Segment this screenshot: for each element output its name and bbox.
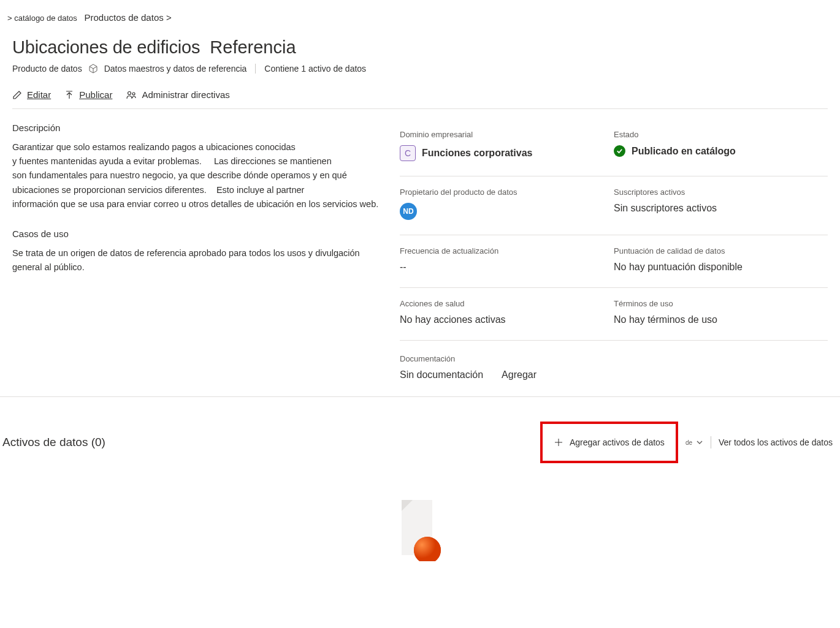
header-meta-row: Producto de datos Datos maestros y datos… [12,64,828,74]
product-type-value: Datos maestros y datos de referencia [104,64,247,74]
meta-divider [400,340,828,341]
upload-arrow-icon [64,90,74,100]
documentation-add-link[interactable]: Agregar [502,369,536,380]
update-frequency-label: Frecuencia de actualización [400,246,614,255]
use-cases-label: Casos de uso [12,229,380,239]
svg-point-1 [132,93,135,95]
quality-score-label: Puntuación de calidad de datos [614,246,828,255]
subscribers-value: Sin suscriptores activos [614,203,828,214]
edit-label: Editar [27,89,51,100]
cube-icon [88,64,98,74]
people-icon [126,90,137,100]
owner-avatar[interactable]: ND [400,203,417,220]
quality-score-value: No hay puntuación disponible [614,262,828,273]
terms-value: No hay términos de uso [614,314,828,325]
contains-label: Contiene 1 activo de datos [264,64,366,74]
subscribers-block: Suscriptores activos Sin suscriptores ac… [614,180,828,231]
use-cases-text: Se trata de un origen de datos de refere… [12,246,380,274]
metadata-panel: Dominio empresarial C Funciones corporat… [392,123,828,380]
plus-icon [554,437,563,447]
documentation-label: Documentación [400,354,828,363]
assets-dropdown[interactable]: de [685,439,703,446]
description-text: Garantizar que solo estamos realizando p… [12,140,380,211]
publish-label: Publicar [79,89,112,100]
status-value: Publicado en catálogo [632,146,736,157]
health-actions-value: No hay acciones activas [400,314,614,325]
page-title-badge: Referencia [210,37,296,58]
business-domain-block: Dominio empresarial C Funciones corporat… [400,123,614,172]
terms-label: Términos de uso [614,299,828,308]
owner-label: Propietario del producto de datos [400,187,614,197]
add-data-assets-button[interactable]: Agregar activos de datos [546,429,672,456]
domain-badge-icon: C [400,145,416,161]
page-header: Ubicaciones de edificios Referencia Prod… [0,28,840,108]
meta-divider [400,235,828,235]
main-content: Descripción Garantizar que solo estamos … [0,109,840,380]
meta-divider [400,287,828,288]
checkmark-circle-icon [614,145,625,157]
status-block: Estado Publicado en catálogo [614,123,828,172]
edit-button[interactable]: Editar [12,89,51,100]
health-actions-block: Acciones de salud No hay acciones activa… [400,292,614,336]
view-all-assets-link[interactable]: Ver todos los activos de datos [719,437,838,447]
breadcrumb-products[interactable]: Productos de datos > [84,12,171,23]
manage-policies-label: Administrar directivas [142,89,229,100]
description-label: Descripción [12,123,380,133]
data-assets-title: Activos de datos (0) [2,436,105,449]
owner-block: Propietario del producto de datos ND [400,180,614,231]
documentation-value: Sin documentación [400,369,483,380]
add-assets-label: Agregar activos de datos [570,437,665,447]
action-toolbar: Editar Publicar Administrar directivas [12,89,828,108]
publish-button[interactable]: Publicar [64,89,112,100]
breadcrumb: > catálogo de datos Productos de datos > [0,0,840,28]
description-panel: Descripción Garantizar que solo estamos … [12,123,380,380]
business-domain-value: Funciones corporativas [422,148,533,159]
update-frequency-value: -- [400,262,614,273]
page-title: Ubicaciones de edificios [12,37,200,58]
documentation-block: Documentación Sin documentación Agregar [400,344,828,380]
business-domain-label: Dominio empresarial [400,130,614,139]
meta-divider [400,176,828,176]
terms-block: Términos de uso No hay términos de uso [614,292,828,336]
empty-state-document-icon [389,494,451,561]
svg-point-0 [128,91,131,94]
meta-separator [255,64,256,74]
status-label: Estado [614,130,828,139]
quality-score-block: Puntuación de calidad de datos No hay pu… [614,239,828,284]
manage-policies-button[interactable]: Administrar directivas [126,89,229,100]
update-frequency-block: Frecuencia de actualización -- [400,239,614,284]
product-type-label: Producto de datos [12,64,82,74]
separator [711,436,711,448]
dropdown-label: de [685,439,692,446]
pencil-icon [12,90,22,100]
highlighted-add-assets: Agregar activos de datos [540,422,678,463]
subscribers-label: Suscriptores activos [614,187,828,197]
health-actions-label: Acciones de salud [400,299,614,308]
data-assets-section: Activos de datos (0) Agregar activos de … [0,397,840,463]
breadcrumb-catalog[interactable]: > catálogo de datos [7,13,77,23]
chevron-down-icon [696,439,703,446]
